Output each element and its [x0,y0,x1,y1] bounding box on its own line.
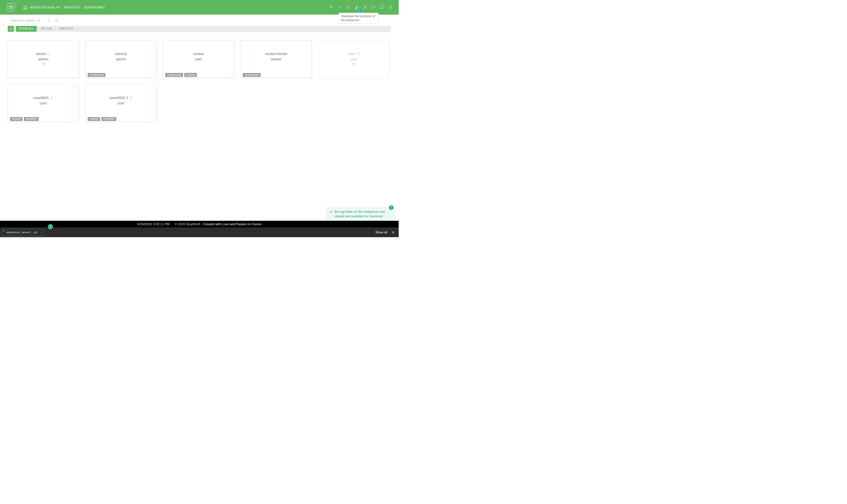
card-tags: indeedtestMNS [10,117,39,121]
mail-icon[interactable] [352,62,355,66]
user-card[interactable]: admin2adminmodacweb [85,40,156,78]
footer-credit: © 2020 MugNSoft - Created with Love and … [175,222,262,226]
card-tags: modacwebindeed [165,73,197,77]
user-card[interactable]: modacusermodacwebindeed [163,40,234,78]
card-role: admin [116,57,126,61]
nav-downtimes[interactable]: DOWNTIMES [84,5,105,9]
top-nav-bar: MugSOFT MONITOR HEALTH REPORTS DOWNTIMES [0,0,399,15]
tag[interactable]: modacweb [165,73,183,77]
check-icon [329,210,333,213]
cards-grid: adminiadminadmin2adminmodacwebmodacuserm… [7,40,391,122]
tag[interactable]: testMNS [101,117,116,121]
search-input[interactable]: Type your search [7,17,44,24]
home-icon[interactable] [23,5,28,10]
svg-line-11 [39,21,40,22]
add-button[interactable] [46,18,51,23]
tag[interactable]: modacweb [243,73,261,77]
filter-active[interactable]: ACTIVE [39,26,55,32]
filter-menu-button[interactable] [7,26,14,32]
download-log-tooltip: Download the log folder of the webserver [339,13,378,23]
callout-badge-2: 2 [389,205,394,210]
user-card[interactable]: userMNS 2iuserindeedtestMNS [85,84,156,122]
nav-monitor-health[interactable]: MONITOR HEALTH [30,5,60,9]
card-role: user [350,57,357,61]
card-tags: modacweb [243,73,261,77]
card-role: user [40,101,47,105]
filter-inactive[interactable]: INACTIVE [57,26,76,32]
user-card[interactable]: userMNSiuserindeedtestMNS [7,84,79,122]
tag[interactable]: testMNS [24,117,39,121]
user-card[interactable]: adminiadmin [7,40,79,78]
rss-icon[interactable] [346,5,350,10]
toolbar: Type your search [7,17,59,24]
primary-nav: MONITOR HEALTH REPORTS DOWNTIMES [30,5,105,9]
card-name: useri [348,52,360,56]
card-role: user [118,101,125,105]
list-view-button[interactable] [54,18,59,22]
card-name: modac [193,52,204,56]
toast-success: the log folder on the webserver was zipp… [327,207,395,221]
svg-point-5 [364,6,366,7]
svg-point-4 [347,8,347,9]
list-icon [55,19,58,22]
card-role: admin [38,57,48,61]
download-bar-actions: Show all ✕ [375,230,395,235]
search-placeholder: Type your search [11,19,35,22]
tag[interactable]: indeed [10,117,22,121]
callout-badge-1: 1 [357,7,362,13]
filter-bar: SHOW ALL ACTIVE INACTIVE [7,26,391,32]
card-role: viewer [271,57,282,61]
callout-badge-3: 3 [48,224,53,230]
card-name: admini [36,52,51,56]
brand-logo[interactable]: MugSOFT [7,3,15,11]
tag[interactable]: modacweb [88,73,105,77]
sliders-icon[interactable] [329,5,333,10]
chevron-up-icon[interactable] [39,231,42,234]
close-icon[interactable]: ✕ [392,230,395,235]
mail-icon[interactable] [41,62,45,66]
menu-icon[interactable] [388,5,393,10]
user-card[interactable]: modacViewerviewermodacweb [241,40,312,78]
card-role: user [195,57,202,61]
card-name: userMNS 2i [109,96,133,100]
card-name: admin2 [115,52,127,56]
user-card[interactable]: useriuser [318,40,389,78]
user-icon[interactable] [363,5,367,10]
toast-message: the log folder on the webserver was zipp… [335,210,392,218]
download-chip[interactable]: webserver_serverl....zip [2,229,44,236]
tag[interactable]: indeed [88,117,100,121]
card-tags: modacweb [88,73,105,77]
nav-reports[interactable]: REPORTS [64,5,80,9]
download-show-all[interactable]: Show all [375,231,387,234]
logout-icon[interactable] [371,5,376,10]
filter-show-all[interactable]: SHOW ALL [16,26,37,32]
chat-icon[interactable] [380,5,384,10]
plus-icon [47,19,51,22]
info-icon[interactable]: i [48,52,51,55]
download-filename: webserver_serverl....zip [6,231,37,234]
card-tags: indeedtestMNS [88,117,116,121]
card-name: userMNSi [33,96,53,100]
card-name: modacViewer [265,52,287,56]
dropdown-caret-icon[interactable] [337,5,342,10]
info-icon[interactable]: i [129,96,133,99]
browser-download-bar: webserver_serverl....zip Show all ✕ [0,228,399,237]
tag[interactable]: indeed [184,73,197,77]
info-icon[interactable]: i [357,52,360,55]
footer-timestamp: 8/16/2020, 5:02:11 PM [137,222,170,226]
svg-point-10 [38,19,40,21]
footer-bar: 8/16/2020, 5:02:11 PM © 2020 MugNSoft - … [0,221,399,228]
info-icon[interactable]: i [50,96,53,99]
search-icon [37,19,41,22]
